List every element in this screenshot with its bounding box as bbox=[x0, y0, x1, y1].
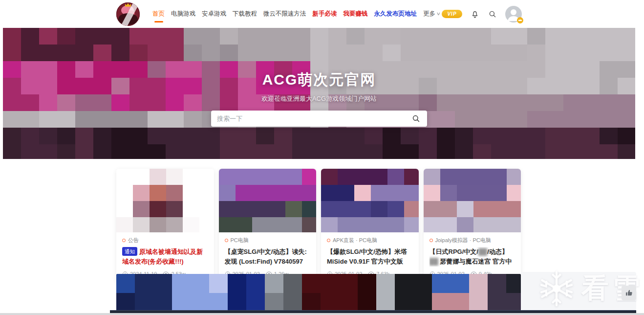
vip-badge[interactable]: VIP bbox=[442, 10, 462, 18]
category-dot-icon bbox=[122, 239, 126, 242]
post-category[interactable]: Joipaly模拟器 · PC电脑 bbox=[435, 237, 491, 244]
mosaic-cell bbox=[457, 185, 474, 202]
hero-overlay: ACG萌次元官网 欢迎莅临亚洲最大ACG游戏领域门户网站 bbox=[3, 28, 635, 159]
mosaic-cell bbox=[488, 293, 507, 311]
nav-item-weiyun-speed[interactable]: 微云不限速方法 bbox=[263, 0, 306, 28]
category-dot-icon bbox=[327, 239, 330, 242]
mosaic-cell bbox=[321, 274, 340, 293]
mosaic-cell bbox=[424, 185, 441, 202]
nav-label: 安卓游戏 bbox=[202, 0, 226, 28]
crown-icon bbox=[518, 19, 522, 21]
mosaic-cell bbox=[376, 274, 395, 293]
nav-item-earn-money[interactable]: 我要赚钱 bbox=[343, 0, 368, 28]
mosaic-cell bbox=[269, 169, 286, 185]
post-title[interactable]: 通知原域名被墙通知以及新域名发布(务必收藏!!!) bbox=[122, 247, 208, 267]
mosaic-cell bbox=[339, 293, 358, 311]
nav-item-download-tutorial[interactable]: 下载教程 bbox=[233, 0, 257, 28]
mosaic-cell bbox=[371, 217, 388, 232]
mosaic-cell bbox=[172, 274, 191, 293]
site-logo[interactable] bbox=[116, 2, 140, 26]
nav-item-home[interactable]: 首页 bbox=[152, 0, 165, 28]
category-dot-icon bbox=[225, 239, 228, 242]
nav-item-more[interactable]: 更多 ∨ bbox=[423, 0, 440, 28]
post-title[interactable]: 【爆款SLG/中文/恐怖】米塔 MiSide V0.91F 官方中文版+MOD整… bbox=[327, 247, 413, 267]
mosaic-cell bbox=[457, 217, 474, 232]
mosaic-cell bbox=[166, 201, 183, 218]
mosaic-cell bbox=[338, 217, 355, 232]
hero-search-bar[interactable] bbox=[211, 111, 427, 127]
post-title-text: 【日式RPG/中文/ bbox=[429, 248, 478, 255]
post-card-announcement[interactable]: 公告 通知原域名被墙通知以及新域名发布(务必收藏!!!) 2024-11-19 … bbox=[116, 169, 214, 282]
mosaic-cell bbox=[507, 169, 521, 185]
mosaic-cell bbox=[457, 201, 474, 218]
mosaic-cell bbox=[150, 169, 167, 185]
mosaic-cell bbox=[358, 293, 377, 311]
post-card[interactable]: PC电脑 【桌宠SLG/中文/动态】读失: 发现 (Lost:Find) V78… bbox=[219, 169, 317, 282]
mosaic-cell bbox=[116, 274, 135, 293]
nav-label: 微云不限速方法 bbox=[263, 0, 306, 28]
mosaic-cell bbox=[424, 201, 441, 218]
post-category[interactable]: PC电脑 bbox=[231, 237, 249, 244]
post-category[interactable]: 公告 bbox=[128, 237, 139, 244]
post-thumbnail[interactable] bbox=[321, 169, 419, 232]
post-thumbnail[interactable] bbox=[116, 169, 214, 232]
mosaic-cell bbox=[490, 185, 507, 202]
mosaic-cell bbox=[133, 201, 150, 218]
like-button[interactable] bbox=[622, 286, 636, 300]
mosaic-cell bbox=[302, 185, 317, 202]
post-card[interactable]: Joipaly模拟器 · PC电脑 【日式RPG/中文/██/动态】██ 瑟蕾娜… bbox=[424, 169, 521, 282]
nav-label: 新手必读 bbox=[313, 0, 337, 28]
search-icon bbox=[411, 114, 421, 123]
nav-item-beginner-guide[interactable]: 新手必读 bbox=[313, 0, 337, 28]
mosaic-cell bbox=[404, 169, 419, 185]
post-category-row: PC电脑 bbox=[225, 237, 311, 244]
post-title[interactable]: 【桌宠SLG/中文/动态】读失: 发现 (Lost:Find) V7840597… bbox=[225, 247, 311, 267]
mosaic-cell bbox=[252, 201, 269, 218]
mosaic-cell bbox=[457, 169, 474, 185]
mosaic-cell bbox=[219, 169, 236, 185]
mosaic-cell bbox=[339, 274, 358, 293]
mosaic-cell bbox=[507, 217, 521, 232]
nav-item-permanent-url[interactable]: 永久发布页地址 bbox=[374, 0, 417, 28]
post-title[interactable]: 【日式RPG/中文/██/动态】██ 瑟蕾娜与魔石迷宫 官方中文版【P... bbox=[429, 247, 515, 267]
search-input[interactable] bbox=[217, 115, 410, 122]
mosaic-cell bbox=[354, 169, 371, 185]
mosaic-cell bbox=[209, 274, 228, 293]
mosaic-cell bbox=[191, 293, 210, 311]
mosaic-cell bbox=[354, 217, 371, 232]
nav-item-pc-games[interactable]: 电脑游戏 bbox=[171, 0, 195, 28]
mosaic-cell bbox=[490, 217, 507, 232]
mosaic-cell bbox=[302, 217, 317, 232]
mosaic-cell bbox=[228, 274, 247, 293]
bottom-banner-image[interactable] bbox=[116, 274, 521, 311]
nav-item-android-games[interactable]: 安卓游戏 bbox=[202, 0, 226, 28]
post-thumbnail[interactable] bbox=[219, 169, 317, 232]
mosaic-cell bbox=[246, 293, 265, 311]
mosaic-cell bbox=[150, 201, 167, 218]
mosaic-cell bbox=[404, 201, 419, 218]
search-button[interactable] bbox=[488, 9, 497, 19]
search-submit-button[interactable] bbox=[410, 113, 421, 124]
mosaic-cell bbox=[432, 293, 451, 311]
post-title-text: /动态】 bbox=[487, 248, 508, 255]
post-card[interactable]: APK直装 · PC电脑 【爆款SLG/中文/恐怖】米塔 MiSide V0.9… bbox=[321, 169, 419, 282]
notifications-button[interactable] bbox=[470, 9, 480, 19]
site-title: ACG萌次元官网 bbox=[262, 70, 376, 90]
post-grid: 公告 通知原域名被墙通知以及新域名发布(务必收藏!!!) 2024-11-19 … bbox=[116, 169, 521, 282]
mosaic-cell bbox=[321, 293, 340, 311]
category-dot-icon bbox=[429, 239, 433, 242]
mosaic-cell bbox=[183, 201, 200, 218]
mosaic-cell bbox=[302, 293, 321, 311]
mosaic-cell bbox=[252, 185, 269, 202]
mosaic-cell bbox=[354, 201, 371, 218]
post-thumbnail[interactable] bbox=[424, 169, 521, 232]
mosaic-cell bbox=[116, 217, 133, 232]
mosaic-cell bbox=[404, 185, 419, 202]
window-bottom-edge bbox=[0, 313, 644, 315]
mosaic-cell bbox=[246, 274, 265, 293]
mosaic-cell bbox=[488, 274, 507, 293]
user-avatar[interactable] bbox=[505, 6, 522, 22]
mosaic-cell bbox=[395, 274, 414, 293]
post-category[interactable]: APK直装 · PC电脑 bbox=[333, 237, 377, 244]
thumbs-up-icon bbox=[625, 289, 633, 297]
